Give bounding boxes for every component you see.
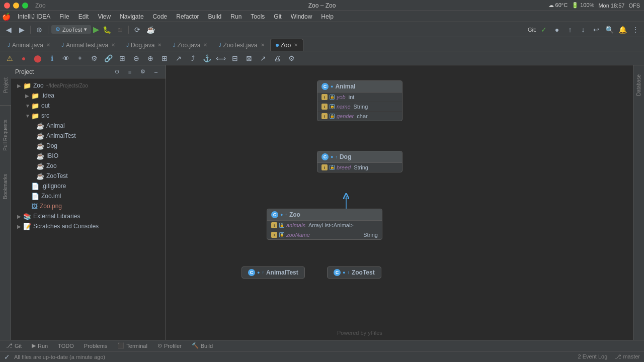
bookmarks-panel[interactable]: Bookmarks	[1, 170, 10, 203]
menu-run[interactable]: Run	[226, 12, 246, 21]
split-icon[interactable]: ⟺	[215, 53, 226, 64]
project-panel-toggle[interactable]: Project	[1, 73, 11, 97]
zoom-in-icon[interactable]: ⊕	[145, 53, 156, 64]
distribute-icon[interactable]: ⊠	[244, 53, 255, 64]
git-pull[interactable]: ↓	[578, 24, 589, 35]
settings-button[interactable]: ⚙	[137, 66, 148, 77]
zoom-out-icon[interactable]: ⊖	[131, 53, 142, 64]
menu-intellij[interactable]: IntelliJ IDEA	[14, 12, 54, 21]
arrow-icon[interactable]: ↗	[173, 53, 184, 64]
tree-item-animaltest[interactable]: ☕ AnimalTest	[11, 131, 166, 141]
stop-icon[interactable]: ⬤	[32, 53, 43, 64]
tab-close-icon[interactable]: ✕	[203, 42, 207, 48]
menu-view[interactable]: View	[94, 12, 115, 21]
tree-item-dog[interactable]: ☕ Dog	[11, 141, 166, 151]
uml-class-zoo[interactable]: C ● ↑ Zoo i 🔒 animals ArrayList<Animal> …	[267, 209, 382, 240]
filter-icon[interactable]: ⌖	[74, 53, 86, 64]
zoom-fit-icon[interactable]: ⊞	[117, 53, 128, 64]
git-push[interactable]: ↑	[565, 24, 576, 35]
export-icon[interactable]: ↗	[258, 53, 269, 64]
tab-git[interactable]: ⎇ Git	[4, 340, 24, 351]
error-icon[interactable]: ●	[18, 53, 29, 64]
tree-item-idea[interactable]: ▶ 📁 .idea	[11, 90, 166, 101]
tab-close-icon[interactable]: ✕	[261, 42, 265, 48]
tab-animaltest-java[interactable]: J AnimalTest.java ✕	[56, 39, 121, 51]
tab-close-icon[interactable]: ✕	[111, 42, 115, 48]
menu-refactor[interactable]: Refactor	[172, 12, 203, 21]
uml-class-animaltest[interactable]: C ● ↑ AnimalTest	[242, 266, 305, 279]
scope-button[interactable]: ⊙	[111, 66, 122, 77]
menu-tools[interactable]: Tools	[247, 12, 269, 21]
apple-icon[interactable]: 🍎	[2, 13, 11, 21]
tab-run[interactable]: ▶ Run	[30, 340, 50, 351]
settings-icon[interactable]: ⚙	[89, 53, 100, 64]
tree-item-animal[interactable]: ☕ Animal	[11, 121, 166, 131]
diagram-area[interactable]: C ● Animal i 🔒 yob int i 🔒 name String i…	[166, 65, 633, 340]
align-icon[interactable]: ⊟	[229, 53, 240, 64]
tab-close-icon[interactable]: ✕	[46, 42, 50, 48]
sdk-button[interactable]: ☕	[145, 24, 156, 35]
tab-zoo-diagram[interactable]: Zoo ✕	[270, 39, 304, 51]
stop-button[interactable]: ◾	[114, 24, 125, 35]
tree-item-ibio[interactable]: ☕ IBIO	[11, 151, 166, 161]
notifications-button[interactable]: 🔔	[617, 24, 628, 35]
eye-icon[interactable]: 👁	[60, 53, 71, 64]
tab-problems[interactable]: Problems	[82, 340, 109, 351]
minimize-button[interactable]	[13, 3, 19, 9]
tree-item-scratches[interactable]: ▶ 📝 Scratches and Consoles	[11, 221, 166, 231]
tab-todo[interactable]: TODO	[56, 340, 76, 351]
uml-class-zootest[interactable]: C ● ↑ ZooTest	[327, 266, 381, 279]
git-commit[interactable]: ●	[551, 24, 562, 35]
tree-item-zoo[interactable]: ☕ Zoo	[11, 161, 166, 171]
tree-item-src[interactable]: ▼ 📁 src	[11, 111, 166, 121]
tree-item-zoo-root[interactable]: ▶ 📁 Zoo ~/IdeaProjects/Zoo	[11, 80, 166, 90]
tree-item-zoo-iml[interactable]: 📄 Zoo.iml	[11, 191, 166, 201]
print-icon[interactable]: 🖨	[272, 53, 283, 64]
menu-window[interactable]: Window	[287, 12, 316, 21]
tree-item-zoo-png[interactable]: 🖼 Zoo.png	[11, 201, 166, 211]
menu-edit[interactable]: Edit	[74, 12, 93, 21]
debug-button[interactable]: 🐛	[101, 24, 112, 35]
run-button[interactable]: ▶	[93, 25, 99, 34]
info-icon[interactable]: ℹ	[46, 53, 57, 64]
sync-button[interactable]: ⟳	[132, 24, 143, 35]
menu-build[interactable]: Build	[204, 12, 226, 21]
grid-icon[interactable]: ⊞	[159, 53, 170, 64]
tab-dog-java[interactable]: J Dog.java ✕	[121, 39, 167, 51]
git-checkmark[interactable]: ✓	[538, 24, 549, 35]
maximize-button[interactable]	[22, 3, 28, 9]
menu-navigate[interactable]: Navigate	[116, 12, 147, 21]
git-undo[interactable]: ↩	[591, 24, 602, 35]
collapse-button[interactable]: ≡	[124, 66, 135, 77]
add-config-button[interactable]: ⊕	[34, 24, 45, 35]
menu-git[interactable]: Git	[270, 12, 285, 21]
database-panel[interactable]: Database	[634, 70, 643, 100]
anchor-icon[interactable]: ⚓	[201, 53, 212, 64]
tab-zootest-java[interactable]: J ZooTest.java ✕	[213, 39, 270, 51]
uml-class-animal[interactable]: C ● Animal i 🔒 yob int i 🔒 name String i…	[317, 80, 403, 121]
close-button[interactable]	[4, 3, 10, 9]
back-button[interactable]: ◀	[3, 24, 14, 35]
more-button[interactable]: ⋮	[630, 24, 641, 35]
tab-animal-java[interactable]: J Animal.java ✕	[2, 39, 56, 51]
pull-requests-panel[interactable]: Pull Requests	[1, 116, 10, 155]
event-log-label[interactable]: 2 Event Log	[578, 353, 608, 359]
tree-item-gitignore[interactable]: 📄 .gitignore	[11, 181, 166, 191]
menu-file[interactable]: File	[55, 12, 73, 21]
uml-class-dog[interactable]: C ● ↑ Dog i 🔒 breed String	[317, 151, 403, 172]
tree-item-external-libs[interactable]: ▶ 📚 External Libraries	[11, 211, 166, 221]
menu-help[interactable]: Help	[317, 12, 338, 21]
tree-item-zootest[interactable]: ☕ ZooTest	[11, 171, 166, 181]
tree-item-out[interactable]: ▼ 📁 out	[11, 101, 166, 111]
tab-close-icon[interactable]: ✕	[157, 42, 162, 48]
diagram-settings-icon[interactable]: ⚙	[286, 53, 297, 64]
tab-zoo-java[interactable]: J Zoo.java ✕	[167, 39, 213, 51]
run-config-selector[interactable]: ⚙ ZooTest ▾	[51, 25, 91, 34]
link-icon[interactable]: 🔗	[103, 53, 114, 64]
close-panel-button[interactable]: –	[150, 66, 162, 77]
tab-terminal[interactable]: ⬛ Terminal	[115, 340, 149, 351]
menu-code[interactable]: Code	[149, 12, 172, 21]
path-icon[interactable]: ⤴	[187, 53, 198, 64]
layout-icon[interactable]: ⚠	[4, 53, 15, 64]
tab-build[interactable]: 🔨 Build	[190, 340, 215, 351]
